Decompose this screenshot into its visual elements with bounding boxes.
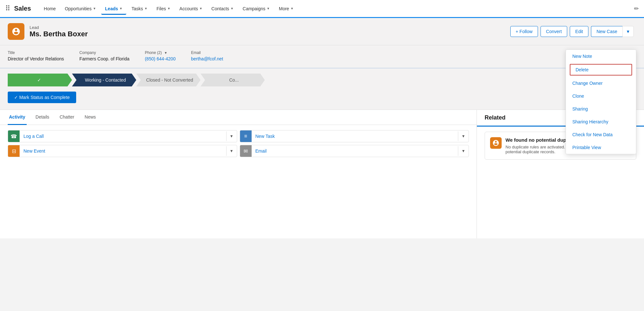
- chevron-down-icon: ▼: [291, 7, 294, 10]
- chevron-down-icon: ▼: [230, 7, 234, 10]
- nav-item-contacts[interactable]: Contacts ▼: [208, 4, 237, 14]
- record-type-label: Lead: [30, 25, 88, 30]
- log-a-call-icon: ☎: [8, 130, 20, 142]
- new-task-icon: ≡: [240, 130, 252, 142]
- email-icon: ✉: [240, 145, 252, 157]
- edit-icon[interactable]: ✏: [634, 5, 639, 12]
- status-step-3[interactable]: Co...: [201, 74, 265, 86]
- left-tabs: ActivityDetailsChatterNews: [0, 110, 477, 125]
- email-label: Email: [252, 146, 458, 156]
- chevron-down-icon: ▼: [167, 7, 170, 10]
- new-case-button[interactable]: New Case: [591, 26, 622, 37]
- nav-items: HomeOpportunities ▼Leads ▼Tasks ▼Files ▼…: [40, 4, 631, 14]
- nav-right: ✏: [631, 5, 639, 12]
- activity-button-new-task[interactable]: ≡ New Task ▼: [240, 130, 469, 142]
- phone-value[interactable]: (850) 644-4200: [145, 56, 176, 61]
- phone-dropdown-icon[interactable]: ▼: [164, 51, 167, 55]
- follow-button[interactable]: + Follow: [510, 26, 538, 37]
- nav-item-leads[interactable]: Leads ▼: [101, 4, 126, 15]
- new-event-icon: ⊟: [8, 145, 20, 157]
- dropdown-item-printable-view[interactable]: Printable View: [566, 141, 636, 154]
- duplicate-icon: [490, 137, 502, 149]
- record-icon: [8, 23, 24, 40]
- navbar: ⠿ Sales HomeOpportunities ▼Leads ▼Tasks …: [0, 0, 644, 18]
- chevron-down-icon: ▼: [119, 7, 122, 10]
- mark-complete-button[interactable]: ✓ Mark Status as Complete: [8, 92, 76, 103]
- new-task-label: New Task: [252, 131, 458, 141]
- new-case-group: New Case ▼: [591, 26, 634, 37]
- chevron-down-icon: ▼: [267, 7, 270, 10]
- status-pipeline: ✓Working - ContactedClosed - Not Convert…: [8, 74, 636, 86]
- nav-item-accounts[interactable]: Accounts ▼: [175, 4, 206, 14]
- dropdown-item-delete[interactable]: Delete: [570, 64, 632, 76]
- record-actions: + Follow Convert Edit New Case ▼ New Not…: [510, 26, 636, 37]
- tab-details[interactable]: Details: [34, 110, 51, 125]
- status-step-1[interactable]: Working - Contacted: [72, 74, 136, 86]
- tab-activity[interactable]: Activity: [8, 110, 27, 125]
- dropdown-item-sharing[interactable]: Sharing: [566, 102, 636, 115]
- new-case-dropdown[interactable]: ▼: [622, 26, 634, 37]
- new-event-label: New Event: [20, 146, 226, 156]
- dropdown-item-sharing-hierarchy[interactable]: Sharing Hierarchy: [566, 115, 636, 128]
- phone-label: Phone (2) ▼: [145, 50, 176, 55]
- nav-item-tasks[interactable]: Tasks ▼: [128, 4, 151, 14]
- email-field: Email bertha@fcof.net: [191, 50, 223, 61]
- log-a-call-label: Log a Call: [20, 131, 226, 141]
- title-value: Director of Vendor Relations: [8, 56, 64, 61]
- nav-item-files[interactable]: Files ▼: [153, 4, 174, 14]
- dropdown-item-new-note[interactable]: New Note: [566, 50, 636, 63]
- chevron-down-icon: ▼: [93, 7, 96, 10]
- edit-button[interactable]: Edit: [570, 26, 588, 37]
- chevron-down-icon[interactable]: ▼: [226, 146, 237, 156]
- nav-item-home[interactable]: Home: [40, 4, 59, 14]
- chevron-down-icon: ▼: [144, 7, 148, 10]
- dropdown-item-check-for-new-data[interactable]: Check for New Data: [566, 128, 636, 141]
- record-fields: Title Director of Vendor Relations Compa…: [0, 45, 644, 68]
- record-header-left: Lead Ms. Bertha Boxer: [8, 23, 88, 40]
- left-panel: ActivityDetailsChatterNews ☎ Log a Call …: [0, 110, 477, 238]
- tab-news[interactable]: News: [83, 110, 97, 125]
- app-grid-icon[interactable]: ⠿: [5, 4, 10, 13]
- tab-chatter[interactable]: Chatter: [58, 110, 76, 125]
- title-label: Title: [8, 50, 64, 55]
- chevron-down-icon[interactable]: ▼: [458, 146, 469, 156]
- activity-button-email[interactable]: ✉ Email ▼: [240, 145, 469, 157]
- status-step-2[interactable]: Closed - Not Converted: [136, 74, 201, 86]
- chevron-down-icon: ▼: [199, 7, 202, 10]
- nav-item-opportunities[interactable]: Opportunities ▼: [61, 4, 100, 14]
- phone-field: Phone (2) ▼ (850) 644-4200: [145, 50, 176, 61]
- record-info: Lead Ms. Bertha Boxer: [30, 25, 88, 38]
- nav-item-more[interactable]: More ▼: [275, 4, 298, 14]
- email-label: Email: [191, 50, 223, 55]
- email-value[interactable]: bertha@fcof.net: [191, 56, 223, 61]
- company-field: Company Farmers Coop. of Florida: [79, 50, 130, 61]
- dropdown-item-change-owner[interactable]: Change Owner: [566, 77, 636, 90]
- actions-dropdown-menu: New NoteDeleteChange OwnerCloneSharingSh…: [566, 49, 636, 154]
- app-name: Sales: [14, 5, 31, 12]
- company-label: Company: [79, 50, 130, 55]
- status-step-0[interactable]: ✓: [8, 74, 72, 86]
- convert-button[interactable]: Convert: [541, 26, 567, 37]
- chevron-down-icon[interactable]: ▼: [226, 131, 237, 141]
- dropdown-item-clone[interactable]: Clone: [566, 90, 636, 102]
- activity-buttons: ☎ Log a Call ▼ ≡ New Task ▼ ⊟ New Event …: [0, 125, 477, 162]
- company-value: Farmers Coop. of Florida: [79, 56, 130, 61]
- status-section: ✓Working - ContactedClosed - Not Convert…: [0, 68, 644, 110]
- activity-button-new-event[interactable]: ⊟ New Event ▼: [8, 145, 237, 157]
- title-field: Title Director of Vendor Relations: [8, 50, 64, 61]
- nav-item-campaigns[interactable]: Campaigns ▼: [239, 4, 274, 14]
- main-content: ActivityDetailsChatterNews ☎ Log a Call …: [0, 110, 644, 238]
- record-header: Lead Ms. Bertha Boxer + Follow Convert E…: [0, 18, 644, 45]
- activity-button-log-a-call[interactable]: ☎ Log a Call ▼: [8, 130, 237, 142]
- chevron-down-icon[interactable]: ▼: [458, 131, 469, 141]
- record-name: Ms. Bertha Boxer: [30, 30, 88, 38]
